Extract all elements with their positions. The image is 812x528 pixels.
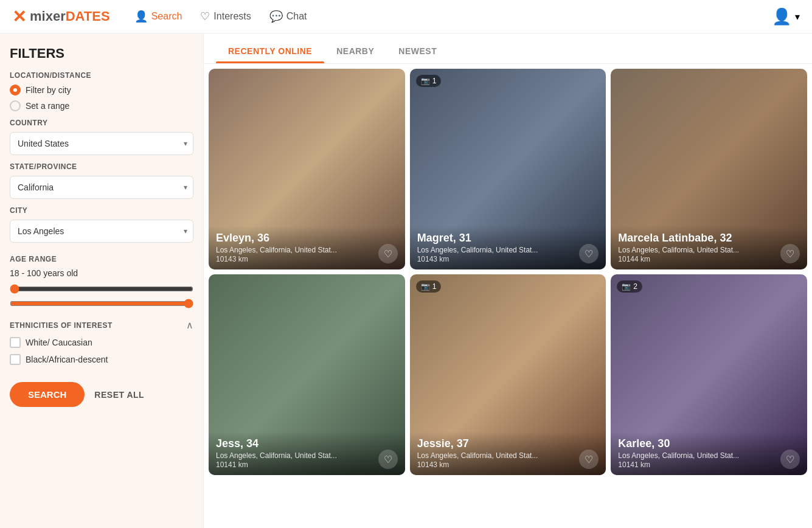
heart-icon: ♡ xyxy=(200,10,210,23)
logo-text: mixerDATES xyxy=(30,9,110,24)
header: ✕ mixerDATES 👤 Search ♡ Interests 💬 Chat… xyxy=(0,0,812,33)
age-range-display: 18 - 100 years old xyxy=(10,268,193,278)
nav-search-label: Search xyxy=(151,11,182,22)
photo-count-badge: 📷 2 xyxy=(617,280,642,293)
card-distance: 10144 km xyxy=(618,255,800,263)
card-info: Jessie, 37 Los Angeles, California, Unit… xyxy=(410,431,606,475)
collapse-icon[interactable]: ∧ xyxy=(186,319,193,331)
card-info: Evleyn, 36 Los Angeles, California, Unit… xyxy=(209,226,405,269)
like-button[interactable]: ♡ xyxy=(378,244,398,263)
age-min-slider[interactable] xyxy=(10,284,193,294)
card-name: Magret, 31 xyxy=(417,232,599,245)
profile-card[interactable]: Jess, 34 Los Angeles, California, United… xyxy=(209,274,405,475)
photo-count-badge: 📷 1 xyxy=(416,280,442,293)
profile-card[interactable]: 📷 2 Karlee, 30 Los Angeles, California, … xyxy=(611,274,807,475)
camera-icon: 📷 xyxy=(622,282,631,291)
like-button[interactable]: ♡ xyxy=(780,450,800,469)
camera-icon: 📷 xyxy=(421,282,430,291)
card-distance: 10141 km xyxy=(618,460,800,469)
nav-chat-label: Chat xyxy=(286,11,307,22)
card-info: Karlee, 30 Los Angeles, California, Unit… xyxy=(611,431,807,475)
city-select-wrapper: Los Angeles ▾ xyxy=(10,220,193,243)
photo-count-badge: 📷 1 xyxy=(416,75,442,87)
tab-newest[interactable]: NEWEST xyxy=(386,39,449,63)
card-name: Marcela Latinbabe, 32 xyxy=(618,232,800,245)
state-select-wrapper: California ▾ xyxy=(10,176,193,199)
sidebar-filters: FILTERS LOCATION/DISTANCE Filter by city… xyxy=(0,33,204,528)
nav-search[interactable]: 👤 Search xyxy=(134,10,182,23)
ethnicities-label: ETHNICITIES OF INTEREST xyxy=(10,321,113,330)
card-info: Magret, 31 Los Angeles, California, Unit… xyxy=(410,226,606,269)
reset-all-button[interactable]: RESET ALL xyxy=(94,390,144,400)
chevron-down-icon: ▾ xyxy=(795,11,800,23)
country-select[interactable]: United States xyxy=(10,132,193,155)
ethnicities-section: ETHNICITIES OF INTEREST ∧ White/ Caucasi… xyxy=(10,319,193,365)
logo-x-icon: ✕ xyxy=(12,7,26,27)
country-label: COUNTRY xyxy=(10,119,193,127)
nav-interests[interactable]: ♡ Interests xyxy=(200,10,251,23)
filter-by-city-label: Filter by city xyxy=(26,85,71,95)
card-location: Los Angeles, California, United Stat... xyxy=(417,451,599,460)
set-a-range-label: Set a range xyxy=(26,101,69,111)
filter-by-city-radio[interactable] xyxy=(10,85,21,96)
like-button[interactable]: ♡ xyxy=(378,450,398,469)
logo[interactable]: ✕ mixerDATES xyxy=(12,7,110,27)
nav-chat[interactable]: 💬 Chat xyxy=(269,10,307,23)
card-location: Los Angeles, California, United Stat... xyxy=(618,246,800,254)
card-info: Jess, 34 Los Angeles, California, United… xyxy=(209,431,405,475)
card-location: Los Angeles, California, United Stat... xyxy=(618,451,800,460)
profile-card[interactable]: 📷 1 Magret, 31 Los Angeles, California, … xyxy=(410,69,606,269)
card-location: Los Angeles, California, United Stat... xyxy=(417,246,599,254)
card-name: Evleyn, 36 xyxy=(216,232,398,245)
search-icon: 👤 xyxy=(134,10,148,23)
age-max-slider[interactable] xyxy=(10,299,193,308)
profiles-grid: Evleyn, 36 Los Angeles, California, Unit… xyxy=(204,64,812,480)
card-distance: 10143 km xyxy=(216,255,398,263)
set-a-range-radio[interactable] xyxy=(10,100,21,111)
location-section-label: LOCATION/DISTANCE xyxy=(10,71,193,80)
ethnicity-white-label: White/ Caucasian xyxy=(26,338,92,347)
age-range-section-label: AGE RANGE xyxy=(10,255,193,263)
ethnicity-black[interactable]: Black/African-descent xyxy=(10,354,193,365)
ethnicity-white[interactable]: White/ Caucasian xyxy=(10,337,193,348)
tab-recently-online[interactable]: RECENTLY ONLINE xyxy=(216,39,324,63)
ethnicity-black-label: Black/African-descent xyxy=(26,355,108,364)
card-location: Los Angeles, California, United Stat... xyxy=(216,451,398,460)
like-button[interactable]: ♡ xyxy=(780,244,800,263)
card-info: Marcela Latinbabe, 32 Los Angeles, Calif… xyxy=(611,226,807,269)
chat-icon: 💬 xyxy=(269,10,283,23)
profile-menu[interactable]: 👤 ▾ xyxy=(772,7,800,26)
profile-card[interactable]: Evleyn, 36 Los Angeles, California, Unit… xyxy=(209,69,405,269)
card-distance: 10143 km xyxy=(417,255,599,263)
ethnicity-white-checkbox[interactable] xyxy=(10,337,21,348)
filters-title: FILTERS xyxy=(10,46,193,61)
set-a-range-option[interactable]: Set a range xyxy=(10,100,193,111)
state-label: STATE/PROVINCE xyxy=(10,162,193,171)
card-distance: 10141 km xyxy=(216,460,398,469)
main-layout: FILTERS LOCATION/DISTANCE Filter by city… xyxy=(0,33,812,528)
city-select[interactable]: Los Angeles xyxy=(10,220,193,243)
avatar-icon: 👤 xyxy=(772,7,791,26)
tabs-bar: RECENTLY ONLINE NEARBY NEWEST xyxy=(204,33,812,64)
state-select[interactable]: California xyxy=(10,176,193,199)
content-area: RECENTLY ONLINE NEARBY NEWEST Evleyn, 36… xyxy=(204,33,812,528)
profile-card[interactable]: 📷 1 Jessie, 37 Los Angeles, California, … xyxy=(410,274,606,475)
nav-interests-label: Interests xyxy=(213,11,251,22)
card-name: Jessie, 37 xyxy=(417,437,599,450)
ethnicity-black-checkbox[interactable] xyxy=(10,354,21,365)
country-select-wrapper: United States ▾ xyxy=(10,132,193,155)
profile-card[interactable]: Marcela Latinbabe, 32 Los Angeles, Calif… xyxy=(611,69,807,269)
city-label: CITY xyxy=(10,206,193,215)
card-name: Jess, 34 xyxy=(216,437,398,450)
ethnicities-header: ETHNICITIES OF INTEREST ∧ xyxy=(10,319,193,331)
camera-icon: 📷 xyxy=(421,77,430,85)
sidebar-footer: SEARCH RESET ALL xyxy=(10,375,193,407)
card-distance: 10143 km xyxy=(417,460,599,469)
search-button[interactable]: SEARCH xyxy=(10,382,85,407)
tab-nearby[interactable]: NEARBY xyxy=(324,39,386,63)
card-location: Los Angeles, California, United Stat... xyxy=(216,246,398,254)
filter-by-city-option[interactable]: Filter by city xyxy=(10,85,193,96)
card-name: Karlee, 30 xyxy=(618,437,800,450)
